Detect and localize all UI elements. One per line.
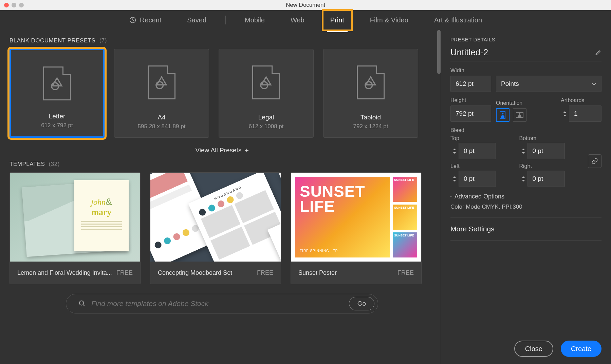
template-name: Sunset Poster: [298, 269, 337, 276]
preset-dims: 612 x 1008 pt: [248, 123, 283, 130]
tab-print[interactable]: Print: [324, 12, 350, 29]
scrollbar-thumb[interactable]: [437, 30, 441, 74]
tab-mobile[interactable]: Mobile: [241, 14, 268, 26]
link-icon: [591, 158, 598, 165]
go-button[interactable]: Go: [349, 297, 374, 310]
window-title: New Document: [0, 2, 611, 8]
chevron-down-icon: [563, 114, 567, 117]
template-sunset-poster[interactable]: SUNSET LIFE FIRE SPINNING · 7P SUNSET LI…: [291, 172, 422, 284]
units-select[interactable]: Points: [496, 76, 601, 92]
bleed-right-input[interactable]: 0 pt: [527, 171, 565, 187]
bleed-bottom-stepper[interactable]: [519, 143, 527, 159]
template-name: Lemon and Floral Wedding Invita...: [17, 269, 112, 276]
page-icon: [43, 66, 71, 100]
stock-search-input[interactable]: [91, 300, 344, 308]
tab-saved[interactable]: Saved: [184, 14, 210, 26]
window-close-dot[interactable]: [4, 3, 9, 7]
orientation-portrait[interactable]: [496, 108, 510, 122]
bleed-left-label: Left: [450, 163, 514, 169]
template-price: FREE: [397, 269, 414, 276]
landscape-icon: [516, 112, 523, 118]
bleed-left-input[interactable]: 0 pt: [459, 171, 496, 187]
tab-recent[interactable]: Recent: [126, 14, 165, 26]
presets-header: BLANK DOCUMENT PRESETS (7): [10, 37, 434, 44]
stock-search-bar: Go: [66, 294, 378, 313]
bleed-right-label: Right: [519, 163, 583, 169]
color-mode-text: Color Mode:CMYK, PPI:300: [450, 204, 601, 210]
view-all-presets[interactable]: View All Presets+: [10, 147, 434, 154]
document-name[interactable]: Untitled-2: [450, 47, 488, 58]
tab-label: Recent: [140, 16, 161, 24]
template-price: FREE: [257, 269, 273, 276]
preset-tabloid[interactable]: Tabloid 792 x 1224 pt: [323, 49, 418, 138]
preset-dims: 612 x 792 pt: [41, 122, 73, 129]
template-thumbnail: john& mary: [10, 173, 140, 262]
advanced-options-toggle[interactable]: ›Advanced Options: [450, 193, 601, 200]
bleed-bottom-label: Bottom: [519, 135, 583, 141]
chevron-down-icon: [592, 82, 596, 85]
edit-name-icon[interactable]: [595, 49, 601, 56]
tab-divider: [225, 16, 226, 24]
preset-letter[interactable]: Letter 612 x 792 pt: [10, 49, 105, 138]
main-panel: BLANK DOCUMENT PRESETS (7) Letter 612 x …: [0, 30, 441, 364]
template-wedding-invitation[interactable]: john& mary Lemon and Floral Wedding Invi…: [10, 172, 141, 284]
bleed-top-stepper[interactable]: [450, 143, 459, 159]
template-name: Concepting Moodboard Set: [158, 269, 232, 276]
window-titlebar: New Document: [0, 0, 611, 10]
svg-point-10: [519, 113, 520, 115]
tab-web[interactable]: Web: [287, 14, 308, 26]
artboards-stepper[interactable]: [561, 111, 569, 117]
preset-a4[interactable]: A4 595.28 x 841.89 pt: [114, 49, 209, 138]
chevron-right-icon: ›: [449, 196, 454, 197]
bleed-link-button[interactable]: [588, 154, 601, 168]
artboards-label: Artboards: [561, 97, 601, 103]
width-label: Width: [450, 68, 601, 74]
more-settings[interactable]: More Settings: [450, 217, 601, 241]
preset-name: Tabloid: [360, 114, 381, 121]
svg-point-8: [502, 113, 504, 115]
tab-art-illustration[interactable]: Art & Illustration: [431, 14, 485, 26]
orientation-landscape[interactable]: [513, 108, 526, 122]
template-price: FREE: [116, 269, 133, 276]
artboards-input[interactable]: 1: [569, 106, 601, 122]
clock-icon: [129, 16, 136, 24]
window-min-dot[interactable]: [12, 3, 16, 7]
window-max-dot[interactable]: [19, 3, 24, 7]
template-thumbnail: SUNSET LIFE FIRE SPINNING · 7P SUNSET LI…: [291, 173, 421, 262]
plus-icon: +: [245, 147, 248, 154]
bleed-right-stepper[interactable]: [519, 171, 527, 187]
page-icon: [148, 65, 175, 99]
preset-dims: 595.28 x 841.89 pt: [138, 123, 186, 130]
preset-dims: 792 x 1224 pt: [353, 123, 388, 130]
bleed-top-label: Top: [450, 135, 514, 141]
search-icon: [78, 300, 86, 307]
preset-details-panel: PRESET DETAILS Untitled-2 Width 612 pt P…: [441, 30, 611, 364]
templates-header: TEMPLATES (32): [10, 161, 434, 168]
orientation-label: Orientation: [496, 100, 526, 106]
width-input[interactable]: 612 pt: [450, 76, 491, 92]
template-thumbnail: MOODBOARD: [150, 173, 281, 262]
bleed-left-stepper[interactable]: [450, 171, 459, 187]
preset-legal[interactable]: Legal 612 x 1008 pt: [219, 49, 314, 138]
preset-name: Legal: [258, 114, 274, 121]
preset-name: Letter: [49, 113, 66, 120]
page-icon: [357, 65, 385, 99]
portrait-icon: [500, 111, 505, 119]
bleed-bottom-input[interactable]: 0 pt: [527, 143, 565, 159]
bleed-top-input[interactable]: 0 pt: [459, 143, 496, 159]
height-label: Height: [450, 97, 491, 103]
chevron-up-icon: [563, 111, 567, 113]
tab-film-video[interactable]: Film & Video: [367, 14, 412, 26]
preset-details-header: PRESET DETAILS: [450, 37, 601, 42]
category-tabs: Recent Saved Mobile Web Print Film & Vid…: [0, 10, 611, 30]
preset-name: A4: [158, 114, 165, 121]
create-button[interactable]: Create: [561, 341, 601, 357]
svg-point-5: [79, 301, 84, 305]
page-icon: [252, 65, 280, 99]
template-moodboard[interactable]: MOODBOARD Concepting Moodboard Set FREE: [150, 172, 281, 284]
dialog-footer: Close Create: [441, 333, 611, 364]
svg-line-6: [83, 305, 85, 306]
height-input[interactable]: 792 pt: [450, 106, 491, 122]
bleed-label: Bleed: [450, 127, 601, 133]
close-button[interactable]: Close: [514, 341, 553, 357]
